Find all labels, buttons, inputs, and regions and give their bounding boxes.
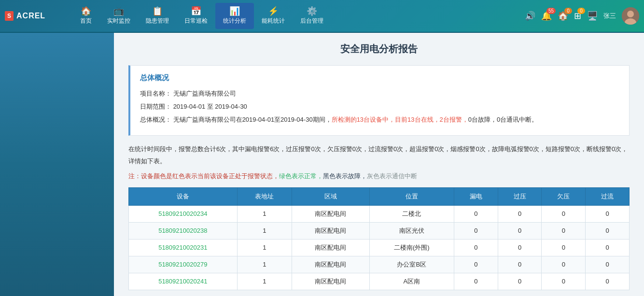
device-link[interactable]: 51809210020238	[158, 227, 207, 234]
home-icon: 🏠	[81, 7, 91, 15]
nav-items: 🏠 首页 📺 实时监控 📋 隐患管理 📅 日常巡检 📊 统计分析 ⚡ 能耗统计 …	[72, 3, 525, 29]
nav-stats[interactable]: 📊 统计分析	[215, 3, 254, 29]
cell-addr: 1	[237, 205, 292, 222]
nav-home[interactable]: 🏠 首页	[72, 3, 99, 29]
mail-badge: 0	[564, 8, 572, 14]
cell-device[interactable]: 51809210020238	[129, 222, 238, 239]
col-overcurr: 过流	[586, 187, 630, 205]
table-header-row: 设备 表地址 区域 位置 漏电 过压 欠压 过流	[129, 187, 630, 205]
nav-stats-label: 统计分析	[223, 17, 246, 25]
device-link[interactable]: 51809210020279	[158, 261, 207, 268]
cell-leak: 0	[454, 239, 498, 256]
calendar-icon: 📅	[191, 7, 201, 15]
cell-device[interactable]: 51809210020231	[129, 239, 238, 256]
gear-icon: ⚙️	[307, 7, 317, 15]
table-row: 51809210020241 1 南区配电间 A区南 0 0 0 0	[129, 273, 630, 290]
cell-area: 南区配电间	[292, 256, 369, 273]
cell-overvolt: 0	[498, 222, 542, 239]
cell-location: 二楼北	[369, 205, 454, 222]
cell-overvolt: 0	[498, 273, 542, 290]
hazard-icon: 📋	[152, 7, 163, 15]
cell-overvolt: 0	[498, 205, 542, 222]
cell-location: 南区光伏	[369, 222, 454, 239]
bell-badge: 55	[546, 8, 556, 14]
bell-button[interactable]: 🔔 55	[541, 11, 552, 21]
logo-icon: S	[5, 11, 14, 21]
device-link[interactable]: 51809210020231	[158, 244, 207, 251]
summary-end: 0台故障，0台通讯中断。	[468, 116, 538, 123]
nav-daily-label: 日常巡检	[184, 17, 208, 25]
cell-leak: 0	[454, 205, 498, 222]
table-row: 51809210020279 1 南区配电间 办公室B区 0 0 0 0	[129, 256, 630, 273]
overview-date-row: 日期范围： 2019-04-01 至 2019-04-30	[140, 101, 619, 112]
cell-device[interactable]: 51809210020234	[129, 205, 238, 222]
date-value: 2019-04-01 至 2019-04-30	[173, 103, 247, 110]
logo-text: ACREL	[16, 12, 45, 20]
content-area: 安全用电分析报告 总体概况 项目名称： 无锡广益商场有限公司 日期范围： 201…	[114, 33, 644, 296]
chart-icon: 📊	[229, 7, 240, 15]
col-overvolt: 过压	[498, 187, 542, 205]
nav-realtime-label: 实时监控	[107, 17, 130, 25]
col-location: 位置	[369, 187, 454, 205]
project-label: 项目名称：	[140, 90, 171, 97]
cell-overvolt: 0	[498, 239, 542, 256]
sound-button[interactable]: 🔊	[525, 11, 535, 21]
nav-hidden[interactable]: 📋 隐患管理	[138, 3, 177, 29]
device-link[interactable]: 51809210020241	[158, 278, 207, 285]
topbar: S ACREL 🏠 首页 📺 实时监控 📋 隐患管理 📅 日常巡检 📊 统计分析…	[0, 0, 644, 33]
overview-section: 总体概况 项目名称： 无锡广益商场有限公司 日期范围： 2019-04-01 至…	[128, 65, 630, 136]
main-layout: 安全用电分析报告 总体概况 项目名称： 无锡广益商场有限公司 日期范围： 201…	[0, 33, 644, 296]
overview-project-row: 项目名称： 无锡广益商场有限公司	[140, 88, 619, 99]
cell-undervolt: 0	[542, 239, 586, 256]
note-gray: 灰色表示通信中断	[367, 173, 417, 180]
cell-overcurr: 0	[586, 256, 630, 273]
energy-icon: ⚡	[268, 7, 279, 15]
overview-summary-row: 总体概况： 无锡广益商场有限公司在2019-04-01至2019-04-30期间…	[140, 114, 619, 125]
device-link[interactable]: 51809210020234	[158, 210, 207, 217]
cell-location: A区南	[369, 273, 454, 290]
nav-realtime[interactable]: 📺 实时监控	[99, 3, 138, 29]
cell-undervolt: 0	[542, 256, 586, 273]
logo-area: S ACREL	[5, 11, 72, 21]
sidebar	[0, 33, 114, 296]
nav-backend[interactable]: ⚙️ 后台管理	[293, 3, 331, 29]
cell-area: 南区配电间	[292, 239, 369, 256]
cell-area: 南区配电间	[292, 273, 369, 290]
nav-hidden-label: 隐患管理	[146, 17, 169, 25]
cell-area: 南区配电间	[292, 222, 369, 239]
user-name[interactable]: 张三	[603, 12, 616, 20]
cell-overvolt: 0	[498, 256, 542, 273]
nav-energy[interactable]: ⚡ 能耗统计	[254, 3, 293, 29]
nav-home-label: 首页	[80, 17, 92, 25]
cell-overcurr: 0	[586, 239, 630, 256]
cell-addr: 1	[237, 239, 292, 256]
note-green: 绿色表示正常，	[279, 173, 323, 180]
nav-daily[interactable]: 📅 日常巡检	[177, 3, 215, 29]
note-line: 注：设备颜色是红色表示当前该设备正处于报警状态，绿色表示正常，黑色表示故障，灰色…	[128, 172, 630, 181]
cell-overcurr: 0	[586, 205, 630, 222]
nav-energy-label: 能耗统计	[262, 17, 285, 25]
report-title: 安全用电分析报告	[128, 42, 630, 56]
topbar-right: 🔊 🔔 55 🏠 0 ⊞ 0 🖥️ 张三	[525, 7, 639, 25]
cell-undervolt: 0	[542, 205, 586, 222]
cell-undervolt: 0	[542, 273, 586, 290]
cell-leak: 0	[454, 256, 498, 273]
cell-overcurr: 0	[586, 222, 630, 239]
mail-button[interactable]: 🏠 0	[558, 11, 568, 21]
cell-device[interactable]: 51809210020241	[129, 273, 238, 290]
overview-title: 总体概况	[140, 73, 619, 83]
cell-location: 办公室B区	[369, 256, 454, 273]
stats-paragraph: 在统计时间段中，报警总数合计6次，其中漏电报警6次，过压报警0次，欠压报警0次，…	[128, 143, 630, 167]
desktop-button[interactable]: 🖥️	[587, 11, 598, 21]
grid-button[interactable]: ⊞ 0	[574, 11, 581, 21]
col-addr: 表地址	[237, 187, 292, 205]
col-device: 设备	[129, 187, 238, 205]
cell-addr: 1	[237, 273, 292, 290]
device-table: 设备 表地址 区域 位置 漏电 过压 欠压 过流 51809210020234 …	[128, 187, 630, 290]
note-black: 黑色表示故障，	[323, 173, 367, 180]
cell-area: 南区配电间	[292, 205, 369, 222]
cell-leak: 0	[454, 222, 498, 239]
project-value: 无锡广益商场有限公司	[173, 90, 236, 97]
cell-device[interactable]: 51809210020279	[129, 256, 238, 273]
user-avatar[interactable]	[622, 7, 639, 25]
